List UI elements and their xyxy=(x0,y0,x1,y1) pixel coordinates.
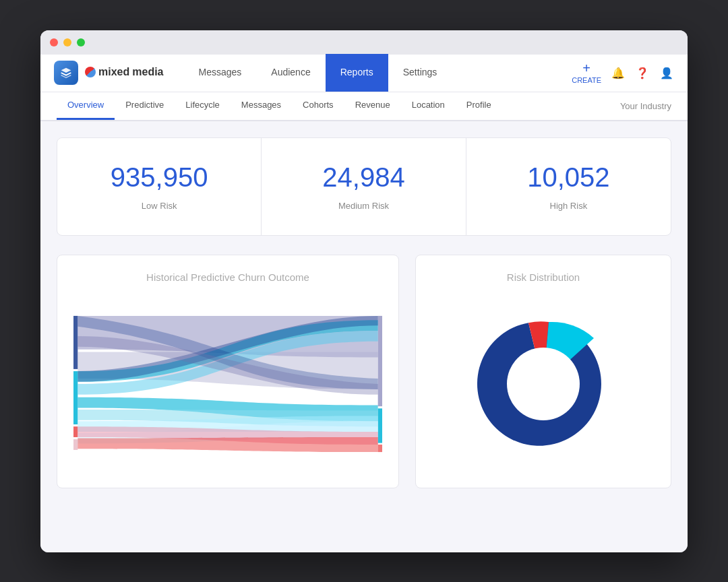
donut-center xyxy=(507,348,580,420)
donut-panel: Risk Distribution xyxy=(415,255,671,488)
sub-tab-revenue[interactable]: Revenue xyxy=(344,92,401,120)
sub-tab-predictive[interactable]: Predictive xyxy=(115,92,175,120)
medium-risk-number: 24,984 xyxy=(278,162,449,193)
close-button[interactable] xyxy=(50,38,58,46)
tab-reports[interactable]: Reports xyxy=(326,54,388,92)
main-nav-tabs: Messages Audience Reports Settings xyxy=(184,54,572,92)
sub-tab-location[interactable]: Location xyxy=(401,92,456,120)
donut-svg xyxy=(469,310,617,458)
medium-risk-label: Medium Risk xyxy=(278,201,449,211)
create-plus-icon: + xyxy=(582,61,590,75)
svg-rect-1 xyxy=(73,371,78,424)
high-risk-label: High Risk xyxy=(483,201,655,211)
charts-row: Historical Predictive Churn Outcome xyxy=(57,255,671,488)
sub-nav-tabs: Overview Predictive Lifecycle Messages C… xyxy=(57,92,620,120)
kpi-medium-risk: 24,984 Medium Risk xyxy=(262,138,466,235)
brand-suffix: media xyxy=(132,66,163,78)
kpi-cards-row: 935,950 Low Risk 24,984 Medium Risk 10,0… xyxy=(57,137,671,236)
low-risk-label: Low Risk xyxy=(73,201,245,211)
sub-tab-lifecycle[interactable]: Lifecycle xyxy=(175,92,231,120)
svg-rect-4 xyxy=(378,315,382,406)
logo-area: mixedmedia xyxy=(54,61,164,85)
create-label: CREATE xyxy=(572,76,601,84)
app-window: mixedmedia Messages Audience Reports Set… xyxy=(40,30,688,552)
logo-svg xyxy=(59,65,73,80)
sankey-panel: Historical Predictive Churn Outcome xyxy=(57,255,399,488)
titlebar xyxy=(40,30,688,55)
create-button[interactable]: + CREATE xyxy=(572,61,601,84)
top-nav: mixedmedia Messages Audience Reports Set… xyxy=(40,55,688,92)
tab-settings[interactable]: Settings xyxy=(388,54,452,92)
nav-right-actions: + CREATE 🔔 ❓ 👤 xyxy=(572,61,674,84)
industry-label: Your Industry xyxy=(620,101,671,111)
sub-tab-cohorts[interactable]: Cohorts xyxy=(292,92,344,120)
sub-nav: Overview Predictive Lifecycle Messages C… xyxy=(40,92,688,121)
sankey-svg xyxy=(73,296,382,472)
svg-rect-5 xyxy=(378,408,382,443)
user-icon[interactable]: 👤 xyxy=(659,65,674,80)
tab-messages[interactable]: Messages xyxy=(184,54,257,92)
sub-tab-overview[interactable]: Overview xyxy=(57,92,115,120)
kpi-low-risk: 935,950 Low Risk xyxy=(57,138,262,235)
sankey-chart xyxy=(73,296,382,472)
brand-icon xyxy=(85,67,96,77)
minimize-button[interactable] xyxy=(63,38,71,46)
svg-rect-6 xyxy=(378,445,382,452)
app-logo-icon xyxy=(54,61,78,85)
notification-icon[interactable]: 🔔 xyxy=(611,65,626,80)
app-body: mixedmedia Messages Audience Reports Set… xyxy=(40,55,688,121)
svg-rect-3 xyxy=(73,439,78,450)
help-icon[interactable]: ❓ xyxy=(635,65,650,80)
donut-title: Risk Distribution xyxy=(432,271,655,283)
main-content: 935,950 Low Risk 24,984 Medium Risk 10,0… xyxy=(40,121,688,552)
maximize-button[interactable] xyxy=(77,38,85,46)
brand-name: mixedmedia xyxy=(85,66,164,80)
sub-tab-profile[interactable]: Profile xyxy=(456,92,502,120)
high-risk-number: 10,052 xyxy=(483,162,655,193)
brand-prefix: mixed xyxy=(98,66,129,78)
sub-tab-messages[interactable]: Messages xyxy=(231,92,292,120)
kpi-high-risk: 10,052 High Risk xyxy=(466,138,671,235)
svg-rect-0 xyxy=(73,315,78,368)
tab-audience[interactable]: Audience xyxy=(256,54,325,92)
sankey-title: Historical Predictive Churn Outcome xyxy=(73,271,382,283)
svg-rect-2 xyxy=(73,426,78,437)
low-risk-number: 935,950 xyxy=(73,162,245,193)
donut-chart-container xyxy=(432,296,655,472)
